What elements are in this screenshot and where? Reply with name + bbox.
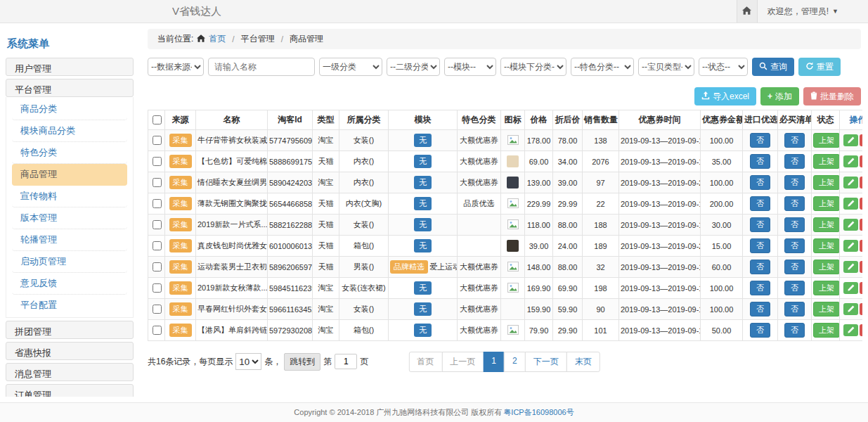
delete-button[interactable] bbox=[860, 219, 863, 231]
sidebar-group-5[interactable]: 消息管理 bbox=[6, 363, 134, 381]
must-buy-toggle-button[interactable]: 否 bbox=[784, 175, 805, 190]
reset-button[interactable]: 重置 bbox=[798, 58, 841, 76]
row-checkbox[interactable] bbox=[153, 326, 162, 335]
status-button[interactable]: 上架 bbox=[813, 154, 840, 169]
delete-button[interactable] bbox=[860, 198, 863, 210]
delete-button[interactable] bbox=[860, 261, 863, 273]
status-button[interactable]: 上架 bbox=[813, 175, 840, 190]
user-menu[interactable]: 欢迎您，管理员! ▼ bbox=[758, 6, 868, 18]
import-toggle-button[interactable]: 否 bbox=[750, 133, 770, 148]
status-button[interactable]: 上架 bbox=[813, 133, 840, 148]
edit-button[interactable] bbox=[843, 303, 858, 315]
pager-prev[interactable]: 上一页 bbox=[441, 352, 484, 372]
row-checkbox[interactable] bbox=[153, 283, 162, 293]
must-buy-toggle-button[interactable]: 否 bbox=[784, 281, 805, 295]
sidebar-item-2[interactable]: 模块商品分类 bbox=[12, 120, 127, 142]
jump-page-input[interactable] bbox=[335, 354, 357, 369]
per-page-select[interactable]: 10 bbox=[235, 353, 261, 370]
import-toggle-button[interactable]: 否 bbox=[750, 302, 770, 316]
sidebar-group-6[interactable]: 订单管理 bbox=[6, 384, 134, 397]
pager-first[interactable]: 首页 bbox=[408, 352, 442, 372]
query-button[interactable]: 查询 bbox=[752, 58, 794, 76]
status-button[interactable]: 上架 bbox=[813, 281, 840, 295]
add-button[interactable]: + 添加 bbox=[760, 87, 799, 106]
filter-select-module[interactable]: --模块-- bbox=[444, 58, 496, 76]
must-buy-toggle-button[interactable]: 否 bbox=[784, 260, 805, 274]
import-toggle-button[interactable]: 否 bbox=[750, 175, 770, 190]
home-button[interactable] bbox=[737, 0, 758, 23]
filter-select-data-source[interactable]: --数据来源-- bbox=[148, 58, 204, 76]
edit-button[interactable] bbox=[843, 134, 858, 146]
filter-select-module-subcategory[interactable]: --模块下分类-- bbox=[500, 58, 566, 76]
delete-button[interactable] bbox=[860, 303, 863, 315]
edit-button[interactable] bbox=[843, 177, 858, 188]
sidebar-item-9[interactable]: 意见反馈 bbox=[12, 273, 127, 295]
import-toggle-button[interactable]: 否 bbox=[750, 323, 770, 338]
jump-button[interactable]: 跳转到 bbox=[284, 353, 320, 371]
pager-page-2[interactable]: 2 bbox=[504, 352, 526, 372]
search-input[interactable] bbox=[208, 58, 315, 76]
row-checkbox[interactable] bbox=[153, 199, 162, 208]
sidebar-item-5[interactable]: 宣传物料 bbox=[12, 186, 127, 207]
status-button[interactable]: 上架 bbox=[813, 260, 840, 274]
delete-button[interactable] bbox=[860, 177, 863, 188]
sidebar-group-2[interactable]: 平台管理 bbox=[6, 79, 134, 97]
sidebar-item-1[interactable]: 商品分类 bbox=[12, 98, 127, 120]
sidebar-group-1[interactable]: 用户管理 bbox=[6, 58, 134, 76]
row-checkbox[interactable] bbox=[153, 262, 162, 271]
edit-button[interactable] bbox=[843, 282, 858, 294]
import-toggle-button[interactable]: 否 bbox=[750, 281, 770, 295]
row-checkbox[interactable] bbox=[153, 241, 162, 250]
import-toggle-button[interactable]: 否 bbox=[750, 217, 770, 232]
row-checkbox[interactable] bbox=[153, 305, 162, 314]
import-toggle-button[interactable]: 否 bbox=[750, 238, 770, 253]
status-button[interactable]: 上架 bbox=[813, 302, 840, 316]
status-button[interactable]: 上架 bbox=[813, 196, 840, 211]
import-excel-button[interactable]: 导入excel bbox=[694, 87, 756, 106]
must-buy-toggle-button[interactable]: 否 bbox=[784, 133, 805, 148]
status-button[interactable]: 上架 bbox=[813, 238, 840, 253]
sidebar-item-10[interactable]: 平台配置 bbox=[12, 295, 127, 316]
edit-button[interactable] bbox=[843, 198, 858, 210]
select-all-checkbox[interactable] bbox=[153, 115, 162, 124]
sidebar-group-4[interactable]: 省惠快报 bbox=[6, 342, 134, 360]
sidebar-item-3[interactable]: 特色分类 bbox=[12, 142, 127, 164]
edit-button[interactable] bbox=[843, 155, 858, 167]
delete-button[interactable] bbox=[860, 324, 863, 336]
filter-select-feature-category[interactable]: --特色分类-- bbox=[571, 58, 634, 76]
pager-next[interactable]: 下一页 bbox=[525, 352, 567, 372]
filter-select-level1-category[interactable]: 一级分类 bbox=[319, 58, 382, 76]
edit-button[interactable] bbox=[843, 324, 858, 336]
filter-select-status[interactable]: --状态-- bbox=[699, 58, 748, 76]
must-buy-toggle-button[interactable]: 否 bbox=[784, 196, 805, 211]
batch-delete-button[interactable]: 批量删除 bbox=[803, 87, 861, 106]
import-toggle-button[interactable]: 否 bbox=[750, 196, 770, 211]
import-toggle-button[interactable]: 否 bbox=[750, 154, 770, 169]
delete-button[interactable] bbox=[860, 282, 863, 294]
edit-button[interactable] bbox=[843, 219, 858, 231]
sidebar-group-3[interactable]: 拼团管理 bbox=[6, 321, 134, 339]
must-buy-toggle-button[interactable]: 否 bbox=[784, 302, 805, 316]
must-buy-toggle-button[interactable]: 否 bbox=[784, 238, 805, 253]
pager-last[interactable]: 末页 bbox=[566, 352, 600, 372]
edit-button[interactable] bbox=[843, 240, 858, 252]
sidebar-item-4[interactable]: 商品管理 bbox=[12, 164, 127, 186]
must-buy-toggle-button[interactable]: 否 bbox=[784, 154, 805, 169]
row-checkbox[interactable] bbox=[153, 157, 162, 166]
breadcrumb-home-link[interactable]: 首页 bbox=[209, 33, 226, 45]
row-checkbox[interactable] bbox=[153, 178, 162, 187]
sidebar-item-8[interactable]: 启动页管理 bbox=[12, 251, 127, 273]
filter-select-level2-category[interactable]: --二级分类-- bbox=[387, 58, 440, 76]
import-toggle-button[interactable]: 否 bbox=[750, 260, 770, 274]
filter-select-item-type[interactable]: --宝贝类型-- bbox=[638, 58, 694, 76]
sidebar-item-6[interactable]: 版本管理 bbox=[12, 207, 127, 229]
delete-button[interactable] bbox=[860, 134, 863, 146]
delete-button[interactable] bbox=[860, 155, 863, 167]
sidebar-item-7[interactable]: 轮播管理 bbox=[12, 229, 127, 251]
must-buy-toggle-button[interactable]: 否 bbox=[784, 217, 805, 232]
delete-button[interactable] bbox=[860, 240, 863, 252]
icp-link[interactable]: 粤ICP备16098006号 bbox=[503, 407, 574, 418]
pager-page-1[interactable]: 1 bbox=[483, 352, 505, 372]
must-buy-toggle-button[interactable]: 否 bbox=[784, 323, 805, 338]
status-button[interactable]: 上架 bbox=[813, 323, 840, 338]
